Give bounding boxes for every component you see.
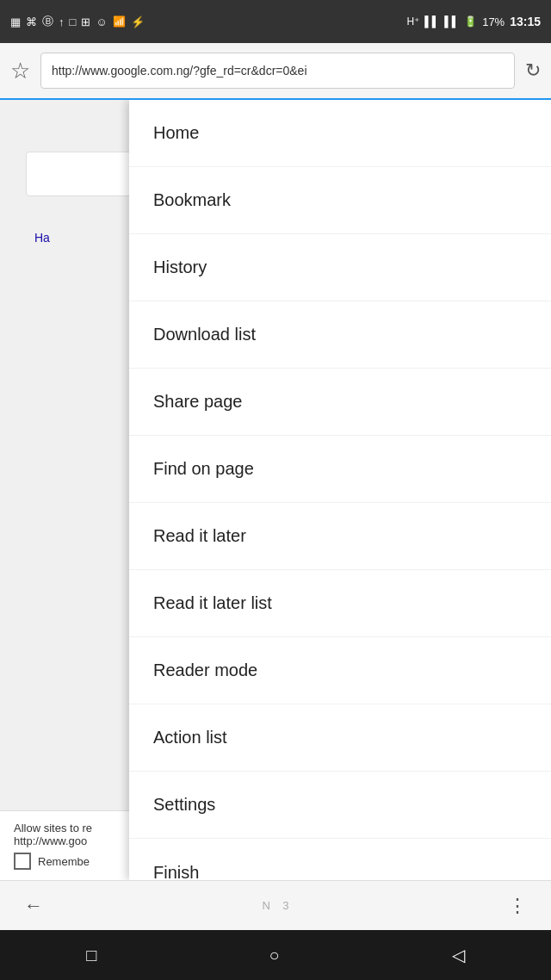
menu-item-history-label: History [153, 257, 207, 277]
emoji-icon: ☺ [96, 16, 107, 28]
nav-label: N 3 [262, 899, 288, 912]
remember-row: Remembe [14, 853, 90, 870]
menu-item-find-on-page-label: Find on page [153, 459, 254, 479]
menu-item-share-page-label: Share page [153, 392, 242, 412]
remember-label: Remembe [38, 855, 90, 868]
android-nav-bar: □ ○ ◁ [0, 930, 551, 980]
browser-bottom-bar: ← N 3 ⋮ [0, 880, 551, 930]
bookmark-star-icon[interactable]: ☆ [10, 58, 30, 84]
menu-item-reader-mode[interactable]: Reader mode [129, 637, 551, 704]
back-button[interactable]: ← [17, 888, 50, 924]
menu-item-home-label: Home [153, 123, 199, 143]
upload-icon: ↑ [59, 16, 65, 28]
clock: 13:15 [510, 15, 541, 28]
whatsapp-icon: ⌘ [26, 16, 37, 28]
signal1-icon: ▌▌ [424, 16, 439, 28]
menu-item-bookmark-label: Bookmark [153, 190, 231, 210]
address-bar: ☆ ↻ [0, 43, 551, 100]
battery-icon: 🔋 [464, 16, 477, 28]
menu-item-read-it-later-list-label: Read it later list [153, 593, 272, 613]
remember-checkbox[interactable] [14, 853, 31, 870]
menu-item-finish-label: Finish [153, 863, 199, 881]
android-back-button[interactable]: ◁ [452, 945, 465, 965]
bg-link-left[interactable]: Ha [34, 231, 50, 245]
menu-item-read-it-later-list[interactable]: Read it later list [129, 570, 551, 637]
url-input[interactable] [40, 53, 515, 89]
menu-item-download-list[interactable]: Download list [129, 301, 551, 369]
menu-item-find-on-page[interactable]: Find on page [129, 436, 551, 503]
bitdefender-icon: Ⓑ [42, 14, 53, 29]
page-wrapper: ▦ ⌘ Ⓑ ↑ □ ⊞ ☺ 📶 ⚡ H⁺ ▌▌ ▌▌ 🔋 17% 13:15 ☆… [0, 0, 551, 980]
menu-item-read-it-later[interactable]: Read it later [129, 503, 551, 570]
menu-item-finish[interactable]: Finish [129, 839, 551, 880]
dropdown-menu: Home Bookmark History Download list Shar… [129, 100, 551, 880]
status-bar: ▦ ⌘ Ⓑ ↑ □ ⊞ ☺ 📶 ⚡ H⁺ ▌▌ ▌▌ 🔋 17% 13:15 [0, 0, 551, 43]
image-icon: ⊞ [81, 16, 90, 28]
menu-item-settings[interactable]: Settings [129, 772, 551, 839]
menu-item-home[interactable]: Home [129, 100, 551, 167]
battery-percent: 17% [482, 16, 505, 28]
menu-item-action-list-label: Action list [153, 728, 227, 747]
network1-icon: H⁺ [406, 16, 419, 28]
status-icons-left: ▦ ⌘ Ⓑ ↑ □ ⊞ ☺ 📶 ⚡ [10, 14, 145, 29]
square-icon: □ [70, 16, 77, 28]
android-home-button[interactable]: ○ [269, 946, 279, 965]
menu-item-share-page[interactable]: Share page [129, 369, 551, 436]
signal2-icon: ▌▌ [444, 16, 459, 28]
menu-item-download-list-label: Download list [153, 325, 256, 344]
more-button[interactable]: ⋮ [501, 888, 534, 924]
menu-item-action-list[interactable]: Action list [129, 704, 551, 772]
bluetooth-icon: ⚡ [131, 16, 145, 28]
chat-icon: ▦ [10, 16, 21, 28]
android-square-button[interactable]: □ [86, 946, 96, 965]
status-icons-right: H⁺ ▌▌ ▌▌ 🔋 17% 13:15 [406, 15, 541, 28]
menu-item-reader-mode-label: Reader mode [153, 661, 257, 680]
menu-item-history[interactable]: History [129, 234, 551, 301]
menu-item-bookmark[interactable]: Bookmark [129, 167, 551, 234]
refresh-icon[interactable]: ↻ [525, 59, 541, 82]
sim-icon: 📶 [113, 16, 126, 28]
menu-item-settings-label: Settings [153, 795, 215, 815]
menu-item-read-it-later-label: Read it later [153, 526, 246, 546]
